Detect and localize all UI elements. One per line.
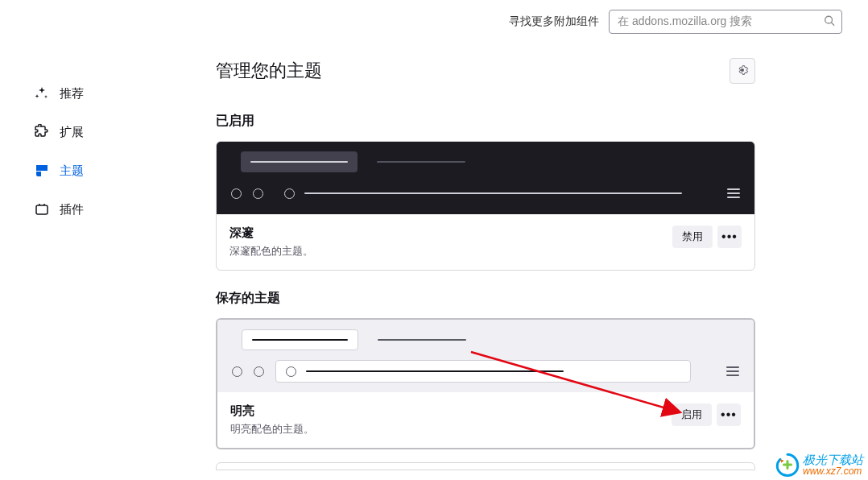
saved-section-heading: 保存的主题	[216, 290, 755, 307]
gear-icon	[736, 64, 749, 79]
sidebar-item-plugins[interactable]: 插件	[34, 193, 161, 226]
enable-button[interactable]: 启用	[672, 403, 712, 426]
theme-card-partial	[216, 462, 755, 470]
brush-icon	[34, 163, 50, 179]
theme-card-saved: 明亮 明亮配色的主题。 启用 •••	[216, 318, 755, 449]
sparkle-icon	[34, 85, 50, 101]
main-content: 管理您的主题 已启用	[161, 58, 868, 470]
page-title: 管理您的主题	[216, 59, 322, 83]
more-options-button[interactable]: •••	[717, 403, 741, 426]
plugin-icon	[34, 201, 50, 217]
sidebar-item-label: 扩展	[60, 125, 84, 140]
disable-button[interactable]: 禁用	[672, 226, 713, 248]
watermark-title: 极光下载站	[803, 453, 863, 466]
watermark-logo-icon	[775, 453, 800, 477]
watermark: 极光下载站 www.xz7.com	[775, 453, 863, 477]
sidebar-item-label: 主题	[60, 163, 84, 179]
svg-line-1	[832, 23, 834, 25]
more-options-button[interactable]: •••	[717, 226, 742, 248]
settings-button[interactable]	[730, 58, 755, 84]
sidebar-item-themes[interactable]: 主题	[34, 155, 161, 187]
sidebar-item-label: 推荐	[60, 86, 84, 101]
theme-preview-light[interactable]	[217, 320, 754, 392]
sidebar-item-label: 插件	[60, 202, 84, 217]
theme-card-enabled: 深邃 深邃配色的主题。 禁用 •••	[216, 141, 755, 271]
search-input[interactable]: 在 addons.mozilla.org 搜索	[609, 10, 842, 34]
watermark-url: www.xz7.com	[803, 466, 862, 477]
svg-rect-2	[36, 205, 48, 214]
find-more-addons-label: 寻找更多附加组件	[509, 14, 599, 29]
theme-name: 深邃	[229, 226, 313, 241]
theme-description: 明亮配色的主题。	[230, 422, 314, 437]
puzzle-icon	[34, 124, 50, 140]
theme-preview-dark[interactable]	[217, 142, 754, 214]
sidebar: 推荐 扩展 主题 插件	[0, 58, 161, 470]
theme-description: 深邃配色的主题。	[229, 244, 313, 259]
theme-name: 明亮	[230, 403, 314, 419]
enabled-section-heading: 已启用	[216, 113, 755, 130]
sidebar-item-extensions[interactable]: 扩展	[34, 116, 161, 148]
search-icon	[824, 15, 835, 29]
search-placeholder: 在 addons.mozilla.org 搜索	[618, 14, 752, 29]
sidebar-item-recommended[interactable]: 推荐	[34, 77, 161, 110]
